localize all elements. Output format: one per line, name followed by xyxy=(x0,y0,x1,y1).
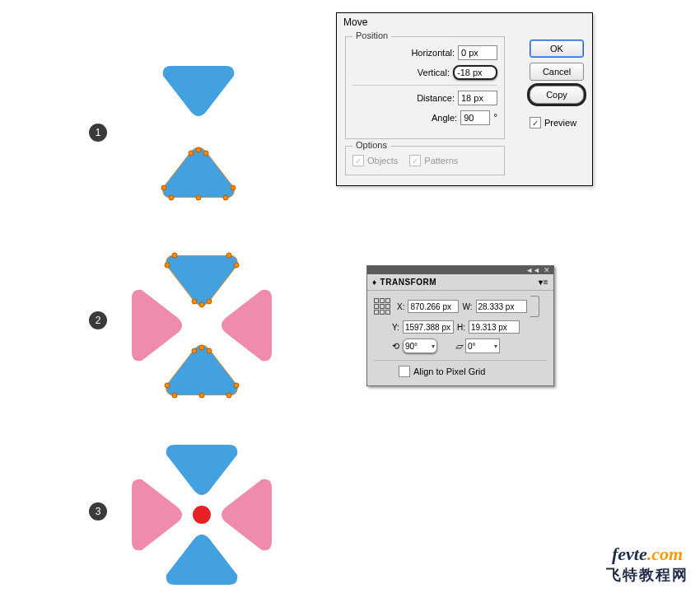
chevron-down-icon: ▾ xyxy=(494,343,497,350)
move-dialog: Move Position Horizontal: Vertical: Dist… xyxy=(336,12,593,186)
panel-menu-icon[interactable]: ▾≡ xyxy=(539,278,548,287)
w-input[interactable] xyxy=(476,300,527,313)
patterns-checkbox: ✓Patterns xyxy=(409,155,458,166)
h-input[interactable] xyxy=(469,320,520,334)
h-label: H: xyxy=(457,323,465,332)
position-fieldset: Position Horizontal: Vertical: Distance:… xyxy=(345,36,505,139)
step1-triangle-bottom xyxy=(161,147,236,198)
panel-collapse-icon[interactable]: ◄◄ xyxy=(525,267,540,274)
step-badge-3: 3 xyxy=(89,502,107,521)
watermark: fevte.com 飞特教程网 xyxy=(606,544,688,585)
reference-point-grid[interactable] xyxy=(374,298,390,315)
w-label: W: xyxy=(462,302,472,311)
step2-flower xyxy=(124,247,280,404)
watermark-brand: fevte xyxy=(612,544,647,564)
objects-label: Objects xyxy=(367,156,398,166)
options-fieldset: Options ✓Objects ✓Patterns xyxy=(345,146,505,175)
vertical-input[interactable] xyxy=(453,65,497,80)
link-wh-icon[interactable] xyxy=(530,296,539,317)
panel-drag-bar[interactable]: ◄◄ ✕ xyxy=(367,266,553,274)
rotate-dropdown[interactable]: 90°▾ xyxy=(403,339,437,353)
rotate-icon: ⟲ xyxy=(392,341,399,352)
angle-input[interactable] xyxy=(460,110,490,125)
align-pixel-grid-label: Align to Pixel Grid xyxy=(413,367,485,376)
step-number: 1 xyxy=(96,127,101,138)
step-badge-2: 2 xyxy=(89,311,107,329)
align-pixel-grid-checkbox[interactable]: Align to Pixel Grid xyxy=(399,366,547,377)
x-label: X: xyxy=(397,302,404,311)
preview-label: Preview xyxy=(544,118,576,128)
ok-button[interactable]: OK xyxy=(530,40,584,58)
step3-flower xyxy=(124,437,280,593)
step-number: 3 xyxy=(96,506,101,517)
step-badge-1: 1 xyxy=(89,124,107,142)
objects-checkbox: ✓Objects xyxy=(352,155,398,166)
degree-symbol: ° xyxy=(493,112,497,124)
panel-tab[interactable]: ♦ TRANSFORM ▾≡ xyxy=(367,274,553,291)
y-input[interactable] xyxy=(403,320,454,334)
x-input[interactable] xyxy=(408,300,459,313)
angle-label: Angle: xyxy=(432,113,457,123)
panel-title: TRANSFORM xyxy=(380,278,436,287)
copy-button[interactable]: Copy xyxy=(530,86,584,104)
distance-label: Distance: xyxy=(417,93,455,103)
y-label: Y: xyxy=(392,323,399,332)
step-number: 2 xyxy=(96,315,101,326)
shear-value: 0° xyxy=(468,342,476,351)
patterns-label: Patterns xyxy=(424,156,458,166)
chevron-down-icon: ▾ xyxy=(432,343,435,350)
transform-panel: ◄◄ ✕ ♦ TRANSFORM ▾≡ X: W: Y: H: ⟲ 90°▾ xyxy=(366,265,554,386)
svg-point-0 xyxy=(193,506,211,524)
horizontal-input[interactable] xyxy=(458,45,497,60)
dialog-title: Move xyxy=(337,13,592,31)
step1-triangle-top xyxy=(161,66,236,117)
horizontal-label: Horizontal: xyxy=(411,48,455,58)
position-legend: Position xyxy=(352,30,391,40)
watermark-cn: 飞特教程网 xyxy=(606,565,688,585)
watermark-dotcom: .com xyxy=(647,544,683,564)
distance-input[interactable] xyxy=(458,91,497,105)
preview-checkbox[interactable]: ✓Preview xyxy=(530,117,584,128)
panel-close-icon[interactable]: ✕ xyxy=(544,267,550,274)
rotate-value: 90° xyxy=(405,342,418,351)
panel-tab-caret-icon: ♦ xyxy=(372,278,377,287)
shear-dropdown[interactable]: 0°▾ xyxy=(465,339,500,353)
options-legend: Options xyxy=(352,140,390,150)
vertical-label: Vertical: xyxy=(418,68,450,77)
shear-icon: ▱ xyxy=(455,341,462,352)
cancel-button[interactable]: Cancel xyxy=(530,63,584,81)
